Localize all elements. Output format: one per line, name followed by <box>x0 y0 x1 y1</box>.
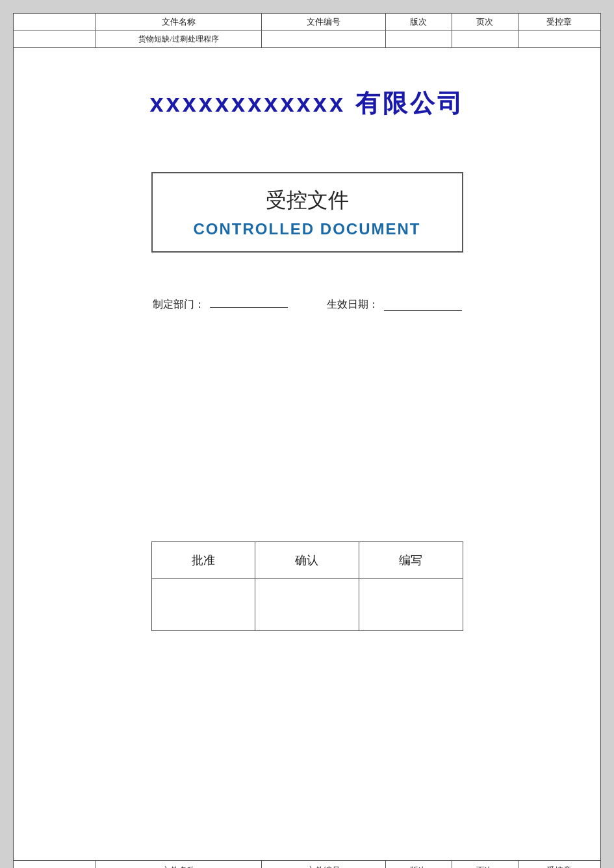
footer-table: 文件名称 文件编号 版次 页次 受控章 <box>13 860 601 868</box>
footer-version-label: 版次 <box>385 861 452 869</box>
company-title: xxxxxxxxxxxx 有限公司 <box>149 87 464 120</box>
header-row-1: 文件名称 文件编号 版次 页次 受控章 <box>14 14 601 31</box>
date-label: 生效日期： <box>327 298 379 312</box>
dept-info: 制定部门： <box>153 298 288 312</box>
main-content: xxxxxxxxxxxx 有限公司 受控文件 CONTROLLED DOCUME… <box>13 48 601 860</box>
controlled-doc-en: CONTROLLED DOCUMENT <box>192 220 423 238</box>
approval-body-write <box>359 578 463 630</box>
controlled-doc-box: 受控文件 CONTROLLED DOCUMENT <box>151 172 463 253</box>
header-page-label: 页次 <box>452 14 518 31</box>
approval-header-write: 编写 <box>359 541 463 578</box>
header-version-value <box>385 31 452 48</box>
header-filecode-value <box>261 31 385 48</box>
header-row-2: 货物短缺/过剩处理程序 <box>14 31 601 48</box>
date-info: 生效日期： <box>327 298 462 312</box>
header-col1-value <box>14 31 96 48</box>
header-filename-label: 文件名称 <box>96 14 262 31</box>
controlled-doc-zh: 受控文件 <box>192 186 423 215</box>
dept-label: 制定部门： <box>153 298 205 312</box>
header-filename-value: 货物短缺/过剩处理程序 <box>96 31 262 48</box>
header-stamp-value <box>518 31 600 48</box>
approval-body-approve <box>151 578 255 630</box>
approval-header-confirm: 确认 <box>255 541 359 578</box>
footer-row: 文件名称 文件编号 版次 页次 受控章 <box>14 861 601 869</box>
footer-filecode-label: 文件编号 <box>261 861 385 869</box>
approval-body-confirm <box>255 578 359 630</box>
info-row: 制定部门： 生效日期： <box>153 298 462 312</box>
header-page-value <box>452 31 518 48</box>
header-filecode-label: 文件编号 <box>261 14 385 31</box>
footer-stamp-label: 受控章 <box>518 861 600 869</box>
header-table: 文件名称 文件编号 版次 页次 受控章 货物短缺/过剩处理程序 <box>13 13 601 48</box>
approval-body-row <box>151 578 463 630</box>
footer-filename-label: 文件名称 <box>96 861 262 869</box>
approval-header-row: 批准 确认 编写 <box>151 541 463 578</box>
header-col1-label <box>14 14 96 31</box>
header-version-label: 版次 <box>385 14 452 31</box>
date-value <box>384 299 462 311</box>
approval-table: 批准 确认 编写 <box>151 541 463 631</box>
approval-header-approve: 批准 <box>151 541 255 578</box>
document-page: 文件名称 文件编号 版次 页次 受控章 货物短缺/过剩处理程序 xxxxxxxx… <box>13 13 601 868</box>
dept-value <box>210 307 288 308</box>
footer-col1 <box>14 861 96 869</box>
header-stamp-label: 受控章 <box>518 14 600 31</box>
footer-page-label: 页次 <box>452 861 518 869</box>
